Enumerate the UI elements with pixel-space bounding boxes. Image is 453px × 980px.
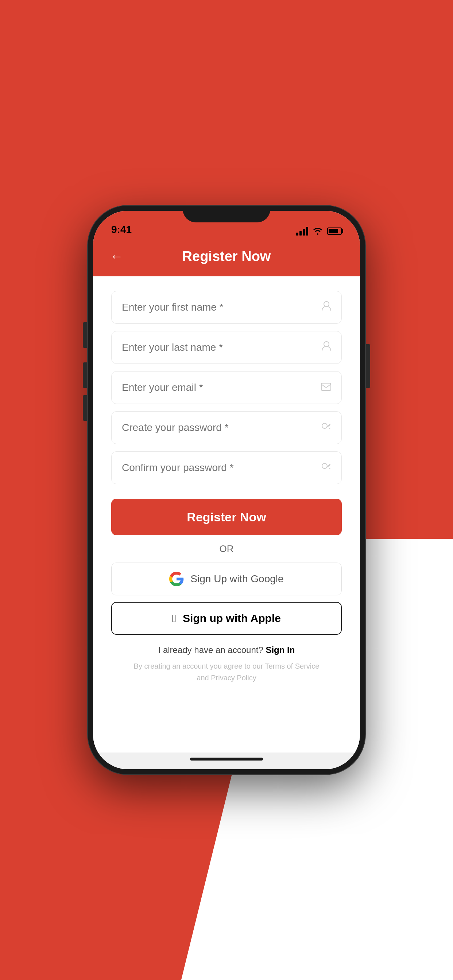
- key-icon: [321, 422, 331, 434]
- signin-prompt-text: I already have an account?: [158, 645, 263, 655]
- first-name-input[interactable]: [122, 302, 316, 313]
- password-wrapper[interactable]: [111, 411, 342, 444]
- password-input[interactable]: [122, 422, 315, 433]
- back-arrow-icon: ←: [110, 250, 123, 263]
- last-name-input[interactable]: [122, 342, 316, 353]
- apple-icon: : [172, 612, 176, 625]
- envelope-icon: [321, 382, 331, 393]
- wifi-icon: [313, 228, 323, 235]
- content-area: Register Now OR Sign Up with Google  Si…: [93, 276, 360, 752]
- terms-line-1: By creating an account you agree to our …: [134, 662, 319, 670]
- back-button[interactable]: ←: [108, 247, 126, 266]
- last-name-wrapper[interactable]: [111, 331, 342, 364]
- phone-screen: 9:41 ← Register Now: [93, 211, 360, 769]
- svg-point-0: [324, 302, 329, 307]
- key-icon-2: [321, 461, 331, 474]
- first-name-wrapper[interactable]: [111, 291, 342, 324]
- google-icon: [169, 572, 184, 586]
- confirm-password-wrapper[interactable]: [111, 451, 342, 484]
- header: ← Register Now: [93, 240, 360, 276]
- phone-notch: [183, 205, 270, 223]
- last-name-group: [111, 331, 342, 364]
- divider-text: OR: [220, 543, 234, 554]
- first-name-group: [111, 291, 342, 324]
- status-time: 9:41: [111, 224, 296, 235]
- email-wrapper[interactable]: [111, 371, 342, 404]
- battery-icon: [327, 228, 342, 235]
- confirm-password-input[interactable]: [122, 462, 315, 474]
- register-button[interactable]: Register Now: [111, 499, 342, 535]
- home-indicator: [93, 752, 360, 769]
- google-signup-button[interactable]: Sign Up with Google: [111, 563, 342, 595]
- signin-prompt: I already have an account? Sign In: [111, 645, 342, 655]
- email-group: [111, 371, 342, 404]
- divider: OR: [111, 543, 342, 555]
- apple-signup-button[interactable]:  Sign up with Apple: [111, 602, 342, 635]
- google-signup-label: Sign Up with Google: [190, 573, 283, 585]
- person-icon-2: [322, 341, 331, 354]
- confirm-password-group: [111, 451, 342, 484]
- terms-text: By creating an account you agree to our …: [111, 660, 342, 684]
- status-icons: [296, 227, 342, 235]
- signin-link[interactable]: Sign In: [266, 645, 295, 655]
- signal-icon: [296, 227, 308, 235]
- home-bar: [190, 757, 263, 760]
- password-group: [111, 411, 342, 444]
- person-icon: [322, 301, 331, 314]
- terms-line-2: and Privacy Policy: [196, 674, 256, 682]
- phone-frame: 9:41 ← Register Now: [88, 205, 365, 775]
- page-title: Register Now: [126, 249, 327, 264]
- svg-point-1: [324, 342, 329, 347]
- apple-signup-label: Sign up with Apple: [183, 612, 281, 625]
- email-input[interactable]: [122, 382, 315, 393]
- svg-rect-2: [321, 383, 331, 390]
